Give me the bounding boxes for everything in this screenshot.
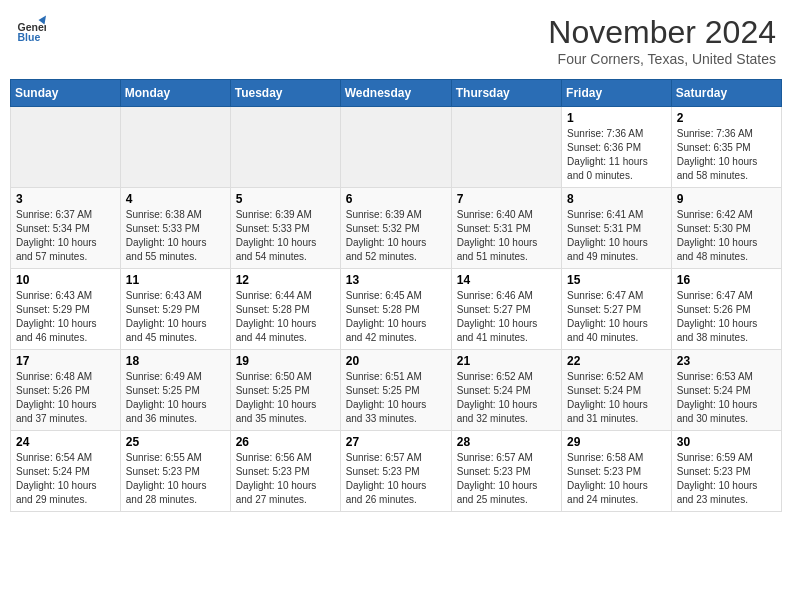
calendar-cell xyxy=(451,107,561,188)
calendar-cell: 6Sunrise: 6:39 AMSunset: 5:32 PMDaylight… xyxy=(340,188,451,269)
calendar-cell: 21Sunrise: 6:52 AMSunset: 5:24 PMDayligh… xyxy=(451,350,561,431)
day-number: 17 xyxy=(16,354,115,368)
day-number: 30 xyxy=(677,435,776,449)
day-info: Sunrise: 6:56 AMSunset: 5:23 PMDaylight:… xyxy=(236,451,335,507)
calendar-cell: 1Sunrise: 7:36 AMSunset: 6:36 PMDaylight… xyxy=(562,107,672,188)
day-info: Sunrise: 6:39 AMSunset: 5:32 PMDaylight:… xyxy=(346,208,446,264)
day-number: 28 xyxy=(457,435,556,449)
day-number: 4 xyxy=(126,192,225,206)
day-number: 27 xyxy=(346,435,446,449)
calendar-cell: 28Sunrise: 6:57 AMSunset: 5:23 PMDayligh… xyxy=(451,431,561,512)
day-info: Sunrise: 7:36 AMSunset: 6:36 PMDaylight:… xyxy=(567,127,666,183)
calendar-cell: 7Sunrise: 6:40 AMSunset: 5:31 PMDaylight… xyxy=(451,188,561,269)
calendar: SundayMondayTuesdayWednesdayThursdayFrid… xyxy=(10,79,782,512)
title-area: November 2024 Four Corners, Texas, Unite… xyxy=(548,14,776,67)
calendar-cell: 25Sunrise: 6:55 AMSunset: 5:23 PMDayligh… xyxy=(120,431,230,512)
day-number: 3 xyxy=(16,192,115,206)
day-number: 2 xyxy=(677,111,776,125)
day-number: 10 xyxy=(16,273,115,287)
day-number: 26 xyxy=(236,435,335,449)
day-info: Sunrise: 7:36 AMSunset: 6:35 PMDaylight:… xyxy=(677,127,776,183)
day-info: Sunrise: 6:54 AMSunset: 5:24 PMDaylight:… xyxy=(16,451,115,507)
day-number: 18 xyxy=(126,354,225,368)
calendar-cell: 16Sunrise: 6:47 AMSunset: 5:26 PMDayligh… xyxy=(671,269,781,350)
day-info: Sunrise: 6:38 AMSunset: 5:33 PMDaylight:… xyxy=(126,208,225,264)
calendar-cell: 19Sunrise: 6:50 AMSunset: 5:25 PMDayligh… xyxy=(230,350,340,431)
day-info: Sunrise: 6:57 AMSunset: 5:23 PMDaylight:… xyxy=(346,451,446,507)
logo: General Blue xyxy=(16,14,48,44)
day-number: 11 xyxy=(126,273,225,287)
day-info: Sunrise: 6:59 AMSunset: 5:23 PMDaylight:… xyxy=(677,451,776,507)
day-info: Sunrise: 6:37 AMSunset: 5:34 PMDaylight:… xyxy=(16,208,115,264)
weekday-header-sunday: Sunday xyxy=(11,80,121,107)
calendar-cell xyxy=(120,107,230,188)
day-info: Sunrise: 6:47 AMSunset: 5:27 PMDaylight:… xyxy=(567,289,666,345)
calendar-cell: 26Sunrise: 6:56 AMSunset: 5:23 PMDayligh… xyxy=(230,431,340,512)
day-info: Sunrise: 6:45 AMSunset: 5:28 PMDaylight:… xyxy=(346,289,446,345)
calendar-cell: 30Sunrise: 6:59 AMSunset: 5:23 PMDayligh… xyxy=(671,431,781,512)
weekday-header-friday: Friday xyxy=(562,80,672,107)
day-number: 12 xyxy=(236,273,335,287)
day-info: Sunrise: 6:58 AMSunset: 5:23 PMDaylight:… xyxy=(567,451,666,507)
calendar-cell xyxy=(230,107,340,188)
day-number: 24 xyxy=(16,435,115,449)
day-info: Sunrise: 6:55 AMSunset: 5:23 PMDaylight:… xyxy=(126,451,225,507)
day-number: 6 xyxy=(346,192,446,206)
calendar-week-3: 10Sunrise: 6:43 AMSunset: 5:29 PMDayligh… xyxy=(11,269,782,350)
calendar-cell: 10Sunrise: 6:43 AMSunset: 5:29 PMDayligh… xyxy=(11,269,121,350)
calendar-cell: 14Sunrise: 6:46 AMSunset: 5:27 PMDayligh… xyxy=(451,269,561,350)
day-info: Sunrise: 6:52 AMSunset: 5:24 PMDaylight:… xyxy=(567,370,666,426)
day-info: Sunrise: 6:51 AMSunset: 5:25 PMDaylight:… xyxy=(346,370,446,426)
day-number: 23 xyxy=(677,354,776,368)
calendar-cell: 22Sunrise: 6:52 AMSunset: 5:24 PMDayligh… xyxy=(562,350,672,431)
day-info: Sunrise: 6:48 AMSunset: 5:26 PMDaylight:… xyxy=(16,370,115,426)
calendar-cell: 23Sunrise: 6:53 AMSunset: 5:24 PMDayligh… xyxy=(671,350,781,431)
calendar-week-5: 24Sunrise: 6:54 AMSunset: 5:24 PMDayligh… xyxy=(11,431,782,512)
calendar-cell: 5Sunrise: 6:39 AMSunset: 5:33 PMDaylight… xyxy=(230,188,340,269)
day-number: 16 xyxy=(677,273,776,287)
day-info: Sunrise: 6:43 AMSunset: 5:29 PMDaylight:… xyxy=(126,289,225,345)
day-number: 5 xyxy=(236,192,335,206)
day-info: Sunrise: 6:47 AMSunset: 5:26 PMDaylight:… xyxy=(677,289,776,345)
logo-icon: General Blue xyxy=(16,14,46,44)
day-info: Sunrise: 6:43 AMSunset: 5:29 PMDaylight:… xyxy=(16,289,115,345)
calendar-cell: 18Sunrise: 6:49 AMSunset: 5:25 PMDayligh… xyxy=(120,350,230,431)
weekday-header-row: SundayMondayTuesdayWednesdayThursdayFrid… xyxy=(11,80,782,107)
day-number: 22 xyxy=(567,354,666,368)
calendar-week-1: 1Sunrise: 7:36 AMSunset: 6:36 PMDaylight… xyxy=(11,107,782,188)
calendar-cell: 4Sunrise: 6:38 AMSunset: 5:33 PMDaylight… xyxy=(120,188,230,269)
day-number: 20 xyxy=(346,354,446,368)
calendar-week-2: 3Sunrise: 6:37 AMSunset: 5:34 PMDaylight… xyxy=(11,188,782,269)
weekday-header-thursday: Thursday xyxy=(451,80,561,107)
day-info: Sunrise: 6:57 AMSunset: 5:23 PMDaylight:… xyxy=(457,451,556,507)
day-info: Sunrise: 6:52 AMSunset: 5:24 PMDaylight:… xyxy=(457,370,556,426)
day-info: Sunrise: 6:46 AMSunset: 5:27 PMDaylight:… xyxy=(457,289,556,345)
day-info: Sunrise: 6:49 AMSunset: 5:25 PMDaylight:… xyxy=(126,370,225,426)
day-info: Sunrise: 6:40 AMSunset: 5:31 PMDaylight:… xyxy=(457,208,556,264)
calendar-cell: 13Sunrise: 6:45 AMSunset: 5:28 PMDayligh… xyxy=(340,269,451,350)
calendar-cell: 20Sunrise: 6:51 AMSunset: 5:25 PMDayligh… xyxy=(340,350,451,431)
calendar-cell: 2Sunrise: 7:36 AMSunset: 6:35 PMDaylight… xyxy=(671,107,781,188)
calendar-cell: 11Sunrise: 6:43 AMSunset: 5:29 PMDayligh… xyxy=(120,269,230,350)
calendar-week-4: 17Sunrise: 6:48 AMSunset: 5:26 PMDayligh… xyxy=(11,350,782,431)
weekday-header-tuesday: Tuesday xyxy=(230,80,340,107)
month-title: November 2024 xyxy=(548,14,776,51)
day-number: 15 xyxy=(567,273,666,287)
header: General Blue November 2024 Four Corners,… xyxy=(10,10,782,71)
calendar-cell xyxy=(340,107,451,188)
day-info: Sunrise: 6:42 AMSunset: 5:30 PMDaylight:… xyxy=(677,208,776,264)
day-number: 29 xyxy=(567,435,666,449)
calendar-cell: 27Sunrise: 6:57 AMSunset: 5:23 PMDayligh… xyxy=(340,431,451,512)
day-number: 8 xyxy=(567,192,666,206)
calendar-cell: 3Sunrise: 6:37 AMSunset: 5:34 PMDaylight… xyxy=(11,188,121,269)
calendar-cell: 17Sunrise: 6:48 AMSunset: 5:26 PMDayligh… xyxy=(11,350,121,431)
day-info: Sunrise: 6:50 AMSunset: 5:25 PMDaylight:… xyxy=(236,370,335,426)
day-info: Sunrise: 6:53 AMSunset: 5:24 PMDaylight:… xyxy=(677,370,776,426)
day-number: 19 xyxy=(236,354,335,368)
day-number: 13 xyxy=(346,273,446,287)
day-number: 14 xyxy=(457,273,556,287)
day-info: Sunrise: 6:44 AMSunset: 5:28 PMDaylight:… xyxy=(236,289,335,345)
day-info: Sunrise: 6:41 AMSunset: 5:31 PMDaylight:… xyxy=(567,208,666,264)
calendar-cell: 8Sunrise: 6:41 AMSunset: 5:31 PMDaylight… xyxy=(562,188,672,269)
day-number: 7 xyxy=(457,192,556,206)
